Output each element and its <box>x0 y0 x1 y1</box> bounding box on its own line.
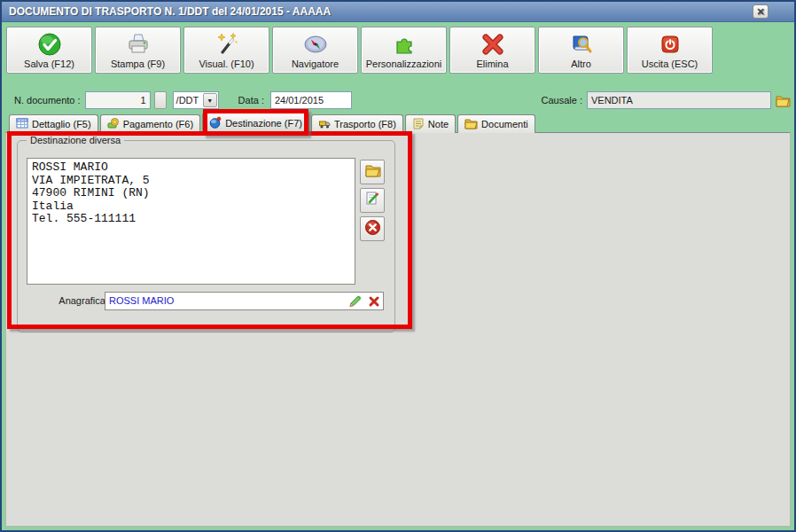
tab-destinazione-label: Destinazione (F7) <box>225 118 302 129</box>
data-label: Data : <box>238 95 264 106</box>
edit-sheet-icon <box>364 191 380 210</box>
coins-icon <box>107 117 120 131</box>
stampa-button[interactable]: Stampa (F9) <box>95 27 181 74</box>
groupbox-title: Destinazione diversa <box>27 135 124 145</box>
tab-note[interactable]: Note <box>405 114 456 133</box>
salva-label: Salva (F12) <box>24 59 74 69</box>
red-x-small-icon[interactable] <box>368 295 380 308</box>
delete-circle-icon <box>364 219 381 239</box>
red-x-icon <box>480 31 505 58</box>
truck-icon <box>318 117 331 131</box>
tab-documenti-label: Documenti <box>481 119 528 129</box>
tipo-documento-dropdown[interactable]: /DDT ▼ <box>173 91 219 109</box>
data-input[interactable] <box>270 91 352 109</box>
titlebar: DOCUMENTO DI TRASPORTO N. 1/DDT del 24/0… <box>2 2 794 22</box>
note-icon <box>412 117 425 131</box>
compass-icon <box>302 31 329 58</box>
numero-documento-lookup-button[interactable] <box>154 91 167 109</box>
close-icon[interactable]: ✕ <box>753 4 769 19</box>
folder-icon <box>464 118 478 131</box>
green-check-circle-icon <box>37 31 62 58</box>
numero-documento-label: N. documento : <box>14 95 81 106</box>
altro-label: Altro <box>571 59 591 69</box>
anagrafica-value: ROSSI MARIO <box>109 295 174 306</box>
destination-side-buttons <box>360 160 385 241</box>
tab-trasporto[interactable]: Trasporto (F8) <box>311 114 403 133</box>
personalizzazioni-label: Personalizzazioni <box>366 59 442 69</box>
globe-icon <box>209 116 222 130</box>
open-address-button[interactable] <box>360 160 385 184</box>
tab-documenti[interactable]: Documenti <box>457 114 535 133</box>
tab-dettaglio-label: Dettaglio (F5) <box>32 119 91 129</box>
tab-destinazione[interactable]: Destinazione (F7) <box>202 113 309 133</box>
visualizza-button[interactable]: Visual. (F10) <box>183 27 269 74</box>
anagrafica-field[interactable]: ROSSI MARIO <box>105 292 384 310</box>
edit-address-button[interactable] <box>360 188 385 213</box>
book-magnifier-icon <box>569 31 594 58</box>
tipo-documento-value: /DDT <box>174 95 199 106</box>
elimina-label: Elimina <box>476 59 508 69</box>
tab-pagamento[interactable]: Pagamento (F6) <box>100 114 200 133</box>
causale-label: Causale : <box>542 95 582 106</box>
causale-folder-icon[interactable] <box>776 94 791 107</box>
navigatore-label: Navigatore <box>292 59 339 69</box>
document-bar: N. documento : /DDT ▼ Data : Causale : <box>5 89 791 112</box>
anagrafica-label: Anagrafica : <box>44 295 111 306</box>
salva-button[interactable]: Salva (F12) <box>6 27 92 74</box>
anagrafica-row: Anagrafica : ROSSI MARIO <box>18 292 394 311</box>
printer-icon <box>126 31 151 58</box>
clear-address-button[interactable] <box>360 216 385 241</box>
open-folder-icon <box>364 163 381 181</box>
magic-wand-icon <box>215 31 239 58</box>
elimina-button[interactable]: Elimina <box>449 27 535 74</box>
green-pencil-icon[interactable] <box>347 294 363 309</box>
stampa-label: Stampa (F9) <box>111 59 165 69</box>
navigatore-button[interactable]: Navigatore <box>272 27 358 74</box>
uscita-button[interactable]: Uscita (ESC) <box>627 27 713 74</box>
table-grid-icon <box>16 117 28 131</box>
chevron-down-icon[interactable]: ▼ <box>203 93 217 107</box>
personalizzazioni-button[interactable]: Personalizzazioni <box>361 27 447 74</box>
numero-documento-input[interactable] <box>85 91 151 109</box>
green-puzzle-icon <box>392 31 417 58</box>
uscita-label: Uscita (ESC) <box>642 59 698 69</box>
power-icon <box>658 31 683 58</box>
tab-bar: Dettaglio (F5) Pagamento (F6) Destinazio… <box>9 113 794 133</box>
tab-dettaglio[interactable]: Dettaglio (F5) <box>9 114 98 133</box>
altro-button[interactable]: Altro <box>538 27 624 74</box>
tab-note-label: Note <box>428 119 449 129</box>
destination-address-textarea[interactable]: ROSSI MARIO VIA IMPIETRATA, 5 47900 RIMI… <box>27 158 355 285</box>
window-title: DOCUMENTO DI TRASPORTO N. 1/DDT del 24/0… <box>9 5 331 18</box>
causale-input[interactable] <box>587 91 771 109</box>
tab-trasporto-label: Trasporto (F8) <box>334 119 396 129</box>
toolbar: Salva (F12) Stampa (F9) Visual. (F10) Na… <box>6 27 713 76</box>
tab-pagamento-label: Pagamento (F6) <box>123 119 193 129</box>
visualizza-label: Visual. (F10) <box>199 59 254 69</box>
app-window: DOCUMENTO DI TRASPORTO N. 1/DDT del 24/0… <box>0 0 796 532</box>
destination-groupbox: Destinazione diversa ROSSI MARIO VIA IMP… <box>17 140 395 332</box>
